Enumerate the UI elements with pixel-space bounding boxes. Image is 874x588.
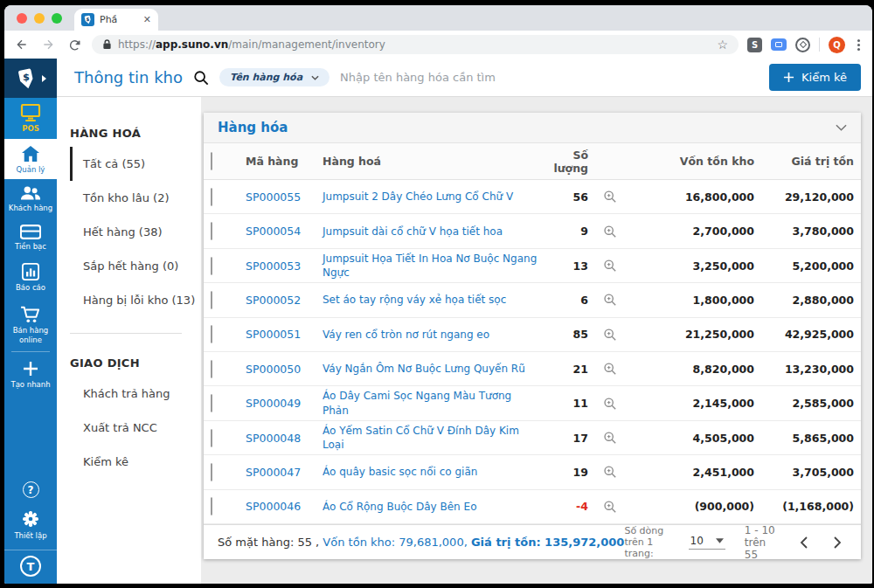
product-code-link[interactable]: SP000050 — [246, 363, 323, 376]
row-checkbox[interactable] — [211, 429, 212, 447]
user-avatar[interactable]: T — [20, 556, 41, 577]
reload-icon[interactable] — [66, 36, 83, 53]
product-code-link[interactable]: SP000052 — [246, 294, 323, 307]
rows-per-page-select[interactable]: 10 — [689, 535, 725, 550]
forward-icon[interactable] — [39, 36, 57, 53]
table-header-row: Mã hàng Hàng hoá Số lượng Vốn tồn kho Gi… — [204, 143, 861, 180]
inspect-magnifier-icon[interactable] — [588, 328, 632, 342]
sidebar-item-tat-ca[interactable]: Tất cả (55) — [70, 147, 192, 181]
row-checkbox[interactable] — [211, 360, 212, 378]
sidebar-item-ton-kho-lau[interactable]: Tồn kho lâu (2) — [70, 181, 192, 215]
total-value: 42,925,000 — [754, 328, 861, 341]
nav-item-ban-hang-online[interactable]: Bán hàng online — [4, 297, 57, 349]
row-checkbox[interactable] — [211, 291, 212, 309]
inspect-magnifier-icon[interactable] — [588, 431, 632, 445]
quantity-value: 85 — [546, 328, 588, 341]
product-name-link[interactable]: Jumpsuit dài cổ chữ V họa tiết hoa — [323, 225, 546, 239]
nav-item-tien-bac[interactable]: Tiền bạc — [4, 218, 57, 257]
browser-toolbar: https://app.suno.vn/main/management/inve… — [4, 31, 872, 59]
table-row: SP000048 Áo Yếm Satin Cổ Chữ V Đính Dây … — [204, 421, 861, 455]
stocktake-button[interactable]: Kiểm kê — [769, 64, 861, 91]
sidebar-item-hang-bi-loi-kho[interactable]: Hàng bị lỗi kho (13) — [70, 283, 192, 317]
row-checkbox[interactable] — [211, 257, 212, 275]
product-name-link[interactable]: Áo Yếm Satin Cổ Chữ V Đính Dây Kim Loại — [323, 424, 546, 452]
inspect-magnifier-icon[interactable] — [588, 225, 632, 239]
close-window-button[interactable] — [17, 13, 27, 24]
nav-item-tao-nhanh[interactable]: Tạo nhanh — [4, 354, 57, 395]
nav-item-pos[interactable]: POS — [4, 98, 57, 139]
nav-expand-arrow-icon[interactable] — [42, 75, 46, 82]
sidebar-item-het-hang[interactable]: Hết hàng (38) — [70, 215, 192, 249]
product-code-link[interactable]: SP000046 — [246, 500, 323, 513]
extension-card-icon[interactable] — [771, 38, 787, 51]
product-code-link[interactable]: SP000049 — [246, 397, 323, 410]
tab-close-icon[interactable]: ✕ — [143, 14, 151, 25]
quantity-value: 17 — [546, 432, 588, 445]
product-code-link[interactable]: SP000048 — [246, 432, 323, 445]
suno-tag-icon: $ — [15, 67, 38, 90]
inspect-magnifier-icon[interactable] — [588, 500, 632, 514]
table-row: SP000050 Váy Ngắn Ôm Nơ Buộc Lưng Quyến … — [204, 352, 861, 386]
back-icon[interactable] — [13, 36, 31, 53]
next-page-icon[interactable] — [827, 533, 849, 552]
product-name-link[interactable]: Set áo tay rộng váy xẻ họa tiết sọc — [323, 293, 546, 307]
nav-item-thiet-lap[interactable]: Thiết lập — [4, 503, 57, 550]
sidebar-item-xuat-tra-ncc[interactable]: Xuất trả NCC — [70, 411, 192, 445]
nav-item-khach-hang[interactable]: Khách hàng — [4, 179, 57, 218]
inspect-magnifier-icon[interactable] — [588, 190, 632, 204]
collapse-chevron-icon[interactable] — [836, 124, 847, 131]
chevron-down-icon — [716, 538, 724, 543]
row-checkbox[interactable] — [211, 394, 212, 412]
chrome-menu-icon[interactable] — [854, 39, 864, 51]
extension-swirl-icon[interactable] — [795, 38, 810, 52]
panel-header[interactable]: Hàng hóa — [204, 113, 861, 143]
help-button[interactable]: ? — [4, 475, 57, 503]
inspect-magnifier-icon[interactable] — [588, 362, 632, 376]
inspect-magnifier-icon[interactable] — [588, 259, 632, 273]
suno-logo[interactable]: $ — [4, 59, 57, 98]
quantity-value: 21 — [546, 363, 588, 376]
product-name-link[interactable]: Áo Dây Cami Sọc Ngang Màu Tương Phản — [323, 389, 546, 417]
sidebar-item-sap-het-hang[interactable]: Sắp hết hàng (0) — [70, 249, 192, 283]
extension-s-icon[interactable]: S — [747, 38, 762, 52]
product-code-link[interactable]: SP000055 — [246, 190, 323, 204]
minimize-window-button[interactable] — [34, 13, 45, 24]
sidebar-item-kiem-ke[interactable]: Kiểm kê — [70, 445, 192, 479]
product-name-link[interactable]: Váy ren cổ tròn nơ rút ngang eo — [323, 328, 546, 342]
product-name-link[interactable]: Jumpsuit 2 Dây Chéo Lưng Cổ Chữ V — [323, 190, 546, 204]
help-icon: ? — [23, 481, 39, 498]
stock-value: 16,800,000 — [632, 190, 754, 204]
sidebar-item-khach-tra-hang[interactable]: Khách trả hàng — [70, 377, 192, 411]
browser-tab[interactable]: $ Phầ ✕ — [74, 9, 158, 31]
inspect-magnifier-icon[interactable] — [588, 397, 632, 411]
row-checkbox[interactable] — [211, 497, 212, 515]
row-checkbox[interactable] — [211, 463, 212, 481]
search-input[interactable] — [340, 71, 759, 84]
product-name-link[interactable]: Áo Cổ Rộng Buộc Dây Bên Eo — [323, 500, 546, 514]
product-name-link[interactable]: Váy Ngắn Ôm Nơ Buộc Lưng Quyến Rũ — [323, 362, 546, 376]
select-all-checkbox[interactable] — [211, 152, 212, 170]
inspect-magnifier-icon[interactable] — [588, 293, 632, 307]
left-nav-rail: $ POS Quản lý Khách hàng Tiền bạc — [4, 59, 57, 584]
product-code-link[interactable]: SP000054 — [246, 225, 323, 238]
product-name-link[interactable]: Jumpsuit Họa Tiết In Hoa Nơ Buộc Ngang N… — [323, 252, 546, 280]
col-gia-tri-ton: Giá trị tồn — [754, 155, 861, 168]
nav-item-bao-cao[interactable]: Báo cáo — [4, 257, 57, 298]
product-code-link[interactable]: SP000047 — [246, 466, 323, 479]
row-checkbox[interactable] — [211, 222, 212, 240]
row-checkbox[interactable] — [211, 188, 212, 206]
nav-item-quan-ly[interactable]: Quản lý — [4, 139, 57, 180]
address-bar[interactable]: https://app.suno.vn/main/management/inve… — [92, 35, 739, 54]
browser-profile-avatar[interactable]: Q — [829, 37, 845, 53]
bookmark-star-icon[interactable]: ☆ — [717, 38, 728, 52]
col-von-ton-kho: Vốn tồn kho — [632, 155, 754, 168]
stock-value: 1,800,000 — [632, 294, 754, 307]
maximize-window-button[interactable] — [52, 13, 62, 24]
search-field-selector[interactable]: Tên hàng hóa — [219, 68, 329, 86]
product-code-link[interactable]: SP000053 — [246, 259, 323, 273]
product-code-link[interactable]: SP000051 — [246, 328, 323, 341]
inspect-magnifier-icon[interactable] — [588, 465, 632, 479]
row-checkbox[interactable] — [211, 325, 212, 343]
product-name-link[interactable]: Áo quây basic sọc nổi co giãn — [323, 465, 546, 479]
prev-page-icon[interactable] — [793, 533, 815, 552]
